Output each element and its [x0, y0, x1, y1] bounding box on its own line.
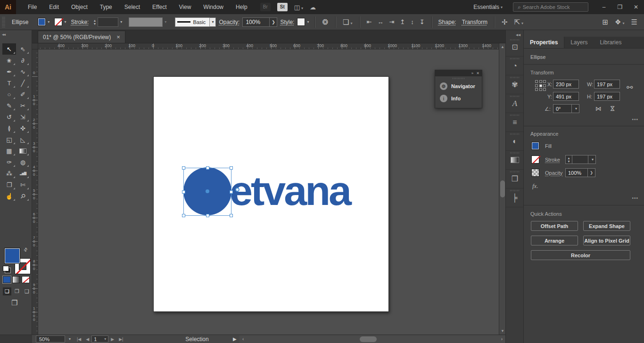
horizontal-scrollbar[interactable]: ‹ ›	[239, 335, 505, 343]
stroke-panel-icon[interactable]: ≡	[506, 113, 524, 132]
adobe-stock-search[interactable]: ⌕	[513, 2, 588, 12]
w-field[interactable]: 197 px	[594, 80, 620, 89]
logo-text[interactable]: etvana	[230, 163, 350, 220]
appearance-fill-swatch[interactable]	[531, 142, 539, 150]
appearance-stroke-swatch[interactable]	[531, 155, 539, 163]
stroke-color-swatch[interactable]	[54, 18, 62, 26]
menu-edit[interactable]: Edit	[43, 0, 65, 14]
workspace-switcher[interactable]: Essentials▾	[473, 4, 503, 10]
workspace-switch-icon[interactable]: ❖▾	[615, 18, 624, 26]
selection-handle[interactable]	[182, 166, 185, 170]
magic-wand-tool[interactable]: ✬	[2, 55, 16, 66]
perspective-grid-tool[interactable]: ◺	[16, 134, 30, 145]
align-panel-icon[interactable]: ╞	[506, 188, 524, 207]
stroke-weight-stepper[interactable]: ▲▼	[91, 17, 98, 27]
variable-width-profile[interactable]: Basic	[175, 17, 210, 27]
menu-effect[interactable]: Effect	[146, 0, 173, 14]
opacity-expand-icon[interactable]: ❯	[270, 17, 277, 27]
screen-mode-icon[interactable]: ❐	[11, 299, 17, 307]
graph-tool[interactable]: ▂▅▇	[16, 168, 30, 179]
draw-behind-icon[interactable]: ❐	[13, 287, 21, 295]
reference-point-widget[interactable]	[535, 80, 546, 91]
pathfinder-panel-icon[interactable]: ❒	[506, 170, 524, 188]
menu-window[interactable]: Window	[197, 0, 230, 14]
character-panel-icon[interactable]: A	[506, 94, 524, 113]
stroke-weight-field[interactable]	[98, 17, 118, 27]
selection-handle[interactable]	[230, 190, 233, 194]
transparency-panel-icon[interactable]: ◐	[506, 132, 524, 151]
style-swatch[interactable]	[297, 18, 305, 26]
angle-chevron-icon[interactable]: ▾	[572, 104, 579, 113]
ellipse-tool[interactable]: ○	[2, 89, 16, 100]
tab-libraries[interactable]: Libraries	[594, 37, 627, 48]
toolbar-collapse-icon[interactable]: ◂◂	[2, 32, 5, 37]
scale-tool[interactable]: ⇲	[16, 111, 30, 122]
selection-tool[interactable]: ↖	[2, 43, 16, 55]
x-field[interactable]: 230 px	[553, 80, 579, 89]
recolor-button[interactable]: Recolor	[531, 250, 630, 260]
panel-menu-icon[interactable]: ☰	[631, 18, 637, 26]
select-similar-icon[interactable]: ⇱▾	[514, 18, 523, 26]
vertical-scrollbar[interactable]: ▲ ▼	[499, 43, 505, 335]
panel-grip[interactable]	[453, 78, 465, 79]
transform-more-icon[interactable]: •••	[632, 117, 638, 122]
scroll-up-icon[interactable]: ▲	[499, 45, 506, 49]
stroke-chevron-icon[interactable]: ▾	[62, 20, 68, 24]
pen-tool[interactable]: ✒	[2, 66, 16, 77]
prev-artboard-icon[interactable]: ◀	[83, 337, 91, 342]
menu-type[interactable]: Type	[94, 0, 118, 14]
stroke-width-chevron-icon[interactable]: ▾	[588, 155, 596, 164]
link-dimensions-icon[interactable]: ⚯	[627, 83, 633, 92]
slice-tool[interactable]: ✄	[16, 179, 30, 190]
zoom-level-field[interactable]: 50%	[36, 335, 65, 343]
width-tool[interactable]: ≬	[2, 122, 16, 134]
gradient-panel-icon[interactable]	[506, 151, 524, 170]
arrange-documents-icon[interactable]: ◫▾	[294, 4, 303, 11]
selection-handle[interactable]	[230, 214, 233, 217]
style-chevron-icon[interactable]: ▾	[305, 20, 311, 24]
canvas-area[interactable]: 4003002001000100200300400500600700800900…	[32, 43, 499, 335]
next-artboard-icon[interactable]: ▶	[108, 337, 116, 342]
last-artboard-icon[interactable]: ▶|	[116, 337, 125, 342]
direct-selection-tool[interactable]: ⇖	[16, 43, 30, 55]
selection-handle[interactable]	[182, 214, 185, 217]
scroll-left-icon[interactable]: ‹	[242, 336, 244, 342]
minimize-button[interactable]: –	[596, 0, 612, 14]
line-segment-tool[interactable]: ╱	[16, 77, 30, 89]
vertical-scroll-thumb[interactable]	[500, 180, 505, 197]
curvature-tool[interactable]: ∿	[16, 66, 30, 77]
menu-help[interactable]: Help	[230, 0, 254, 14]
appearance-fill-label[interactable]: Fill	[545, 143, 552, 149]
search-input[interactable]	[523, 4, 579, 10]
gradient-mode-button[interactable]	[12, 276, 20, 283]
align-right-icon[interactable]: ⇥	[389, 18, 394, 25]
menu-file[interactable]: File	[22, 0, 43, 14]
vertical-ruler[interactable]: 01002003004005006007008009001000	[32, 49, 38, 335]
y-field[interactable]: 491 px	[553, 92, 579, 101]
status-text[interactable]: Selection	[166, 336, 228, 343]
fx-button[interactable]: fx.	[532, 182, 538, 190]
symbol-sprayer-tool[interactable]: ⁂	[2, 168, 16, 179]
align-to-pixel-grid-button[interactable]: Align to Pixel Grid	[583, 236, 630, 245]
appearance-opacity-label[interactable]: Opacity	[545, 170, 562, 176]
restore-button[interactable]: ❐	[612, 0, 628, 14]
stroke-weight-chevron-icon[interactable]: ▾	[118, 20, 124, 24]
swap-fill-stroke-icon[interactable]: ⇄	[22, 246, 29, 253]
appearance-stroke-label[interactable]: Stroke	[545, 157, 560, 163]
stroke-weight-label[interactable]: Stroke:	[71, 19, 89, 25]
align-h-center-icon[interactable]: ↔	[377, 18, 383, 25]
fill-color-swatch[interactable]	[38, 18, 46, 26]
profile-chevron-icon[interactable]: ▾	[210, 17, 216, 27]
panel-close-icon[interactable]: ✕	[476, 71, 479, 75]
fill-chevron-icon[interactable]: ▾	[46, 20, 51, 24]
scissors-tool[interactable]: ✂	[16, 100, 30, 111]
panel-expand-icon[interactable]: »	[471, 71, 473, 75]
flip-horizontal-icon[interactable]: ⋈	[595, 105, 602, 112]
bridge-icon[interactable]: Br	[260, 3, 271, 11]
lasso-tool[interactable]: ∂	[16, 55, 30, 66]
type-tool[interactable]: T	[2, 77, 16, 89]
close-button[interactable]: ✕	[628, 0, 644, 14]
blend-tool[interactable]: ◍	[16, 156, 30, 168]
stroke-stepper[interactable]: ▲▼	[565, 155, 572, 164]
style-label[interactable]: Style:	[280, 19, 294, 25]
